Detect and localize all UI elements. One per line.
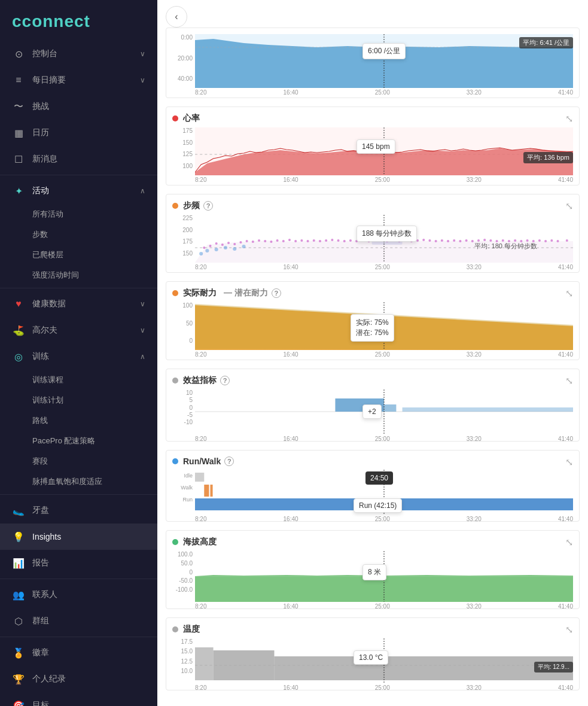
svg-rect-77 <box>372 233 403 245</box>
svg-rect-99 <box>275 656 573 680</box>
temperature-header: 温度 <box>172 624 573 635</box>
stamina-question-icon[interactable]: ? <box>272 288 281 298</box>
heart-rate-header: 心率 <box>172 113 573 124</box>
nav-contacts[interactable]: 👥 联系人 <box>0 582 157 608</box>
nav-daily[interactable]: ≡ 每日摘要 ∨ <box>0 67 157 93</box>
heart-rate-dot <box>172 115 178 121</box>
temp-x-axis: 8:20 16:40 25:00 33:20 41:40 <box>195 684 573 691</box>
svg-point-30 <box>319 240 321 242</box>
nav-routes[interactable]: 路线 <box>0 410 157 431</box>
stamina-title2: — 潜在耐力 <box>224 288 268 299</box>
chevron-down-icon: ∨ <box>140 76 145 84</box>
cadence-dot <box>172 203 178 209</box>
expand-stamina-icon[interactable]: ⤡ <box>565 288 573 299</box>
svg-point-14 <box>221 244 224 246</box>
grit-svg <box>195 389 573 434</box>
heart-rate-title: 心率 <box>183 113 200 124</box>
svg-rect-84 <box>335 398 384 412</box>
nav-steps[interactable]: 步数 <box>0 224 157 245</box>
nav-challenge[interactable]: 〜 挑战 <box>0 93 157 120</box>
svg-rect-90 <box>210 485 212 497</box>
elevation-svg <box>195 551 573 602</box>
nav-badges[interactable]: 🏅 徽章 <box>0 640 157 666</box>
nav-training-plans-label: 训练计划 <box>32 395 63 406</box>
runwalk-canvas: 24:50 Run (42:15) <box>195 470 573 515</box>
nav-insights[interactable]: 💡 Insights <box>0 524 157 550</box>
back-button[interactable]: ‹ <box>166 6 187 28</box>
stamina-y-axis: 100 50 0 <box>172 302 195 344</box>
dashboard-icon: ⊙ <box>12 47 25 60</box>
nav-training-plans[interactable]: 训练计划 <box>0 390 157 410</box>
runwalk-x-axis: 8:20 16:40 25:00 33:20 41:40 <box>195 516 573 522</box>
svg-point-28 <box>307 240 309 242</box>
nav-reports[interactable]: 📊 报告 <box>0 550 157 576</box>
insights-icon: 💡 <box>12 530 25 543</box>
svg-point-27 <box>300 239 303 242</box>
heart-rate-chart-block: 心率 ⤡ 175 150 125 100 <box>166 106 580 185</box>
nav-pacepro-label: PacePro 配速策略 <box>32 436 95 446</box>
svg-point-73 <box>215 248 218 251</box>
nav-calendar[interactable]: ▦ 日历 <box>0 120 157 146</box>
svg-rect-91 <box>195 473 204 482</box>
divider <box>0 288 157 288</box>
heart-avg-label: 平均: 136 bpm <box>523 152 573 163</box>
stamina-dot <box>172 290 178 296</box>
messages-icon: ☐ <box>12 153 25 166</box>
svg-point-70 <box>566 239 568 242</box>
nav-spo2[interactable]: 脉搏血氧饱和度适应 <box>0 471 157 492</box>
svg-marker-93 <box>195 575 573 602</box>
svg-point-66 <box>538 239 541 242</box>
nav-goals[interactable]: 🎯 目标 <box>0 692 157 706</box>
nav-gear-label: 牙盘 <box>32 505 145 516</box>
nav-spo2-label: 脉搏血氧饱和度适应 <box>32 476 102 487</box>
expand-cadence-icon[interactable]: ⤡ <box>565 200 573 212</box>
divider <box>0 637 157 637</box>
svg-point-51 <box>447 240 449 242</box>
elevation-title: 海拔高度 <box>183 537 217 547</box>
svg-point-33 <box>337 239 340 242</box>
svg-point-36 <box>355 240 358 242</box>
nav-floors[interactable]: 已爬楼层 <box>0 245 157 265</box>
nav-training[interactable]: ◎ 训练 ∧ <box>0 343 157 370</box>
nav-training-courses[interactable]: 训练课程 <box>0 370 157 390</box>
grit-chart-area: 10 5 0 -5 -10 <box>172 389 573 437</box>
nav-health[interactable]: ♥ 健康数据 ∨ <box>0 291 157 317</box>
svg-point-21 <box>264 240 266 242</box>
nav-intensity[interactable]: 强度活动时间 <box>0 265 157 285</box>
heart-svg <box>195 127 573 175</box>
svg-point-31 <box>325 239 327 242</box>
chevron-down-icon: ∨ <box>140 50 145 58</box>
nav-segments[interactable]: 赛段 <box>0 451 157 471</box>
runwalk-question-icon[interactable]: ? <box>224 457 234 466</box>
svg-rect-85 <box>384 404 396 412</box>
nav-records[interactable]: 🏆 个人纪录 <box>0 666 157 692</box>
expand-runwalk-icon[interactable]: ⤡ <box>565 457 573 468</box>
expand-elevation-icon[interactable]: ⤡ <box>565 537 573 548</box>
cadence-question-icon[interactable]: ? <box>203 201 213 211</box>
svg-point-12 <box>209 245 211 247</box>
expand-heart-icon[interactable]: ⤡ <box>565 113 573 124</box>
nav-activities[interactable]: ✦ 活动 ∧ <box>0 178 157 204</box>
nav-dashboard[interactable]: ⊙ 控制台 ∨ <box>0 41 157 67</box>
nav-messages[interactable]: ☐ 新消息 <box>0 146 157 172</box>
nav-golf[interactable]: ⛳ 高尔夫 ∨ <box>0 317 157 343</box>
calendar-icon: ▦ <box>12 126 25 139</box>
nav-gear[interactable]: 🥿 牙盘 <box>0 497 157 524</box>
grit-question-icon[interactable]: ? <box>220 376 230 385</box>
expand-grit-icon[interactable]: ⤡ <box>565 375 573 387</box>
temp-y-axis: 17.5 15.0 12.5 10.0 <box>172 638 195 674</box>
elevation-chart-area: 100.0 50.0 0 -50.0 -100.0 8 米 <box>172 551 573 605</box>
nav-groups-label: 群组 <box>32 616 145 626</box>
expand-temperature-icon[interactable]: ⤡ <box>565 624 573 635</box>
nav-groups[interactable]: ⬡ 群组 <box>0 608 157 634</box>
nav-records-label: 个人纪录 <box>32 674 145 684</box>
runwalk-chart-block: Run/Walk ? ⤡ Idle Walk Run <box>166 450 580 522</box>
nav-all-activities[interactable]: 所有活动 <box>0 204 157 224</box>
nav-pacepro[interactable]: PacePro 配速策略 <box>0 431 157 451</box>
chevron-down-icon: ∨ <box>140 326 145 334</box>
heart-y-axis: 175 150 125 100 <box>172 127 195 169</box>
divider <box>0 579 157 579</box>
nav-intensity-label: 强度活动时间 <box>32 270 79 281</box>
cadence-y-axis: 225 200 175 150 <box>172 215 195 257</box>
nav-goals-label: 目标 <box>32 700 145 706</box>
